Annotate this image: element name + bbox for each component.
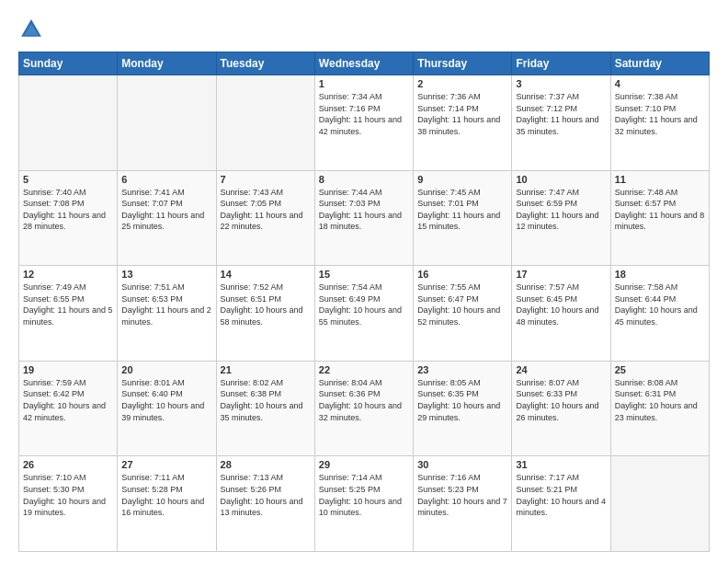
day-number: 18 bbox=[615, 269, 705, 280]
cell-info: Sunrise: 7:38 AMSunset: 7:10 PMDaylight:… bbox=[615, 91, 705, 137]
day-number: 7 bbox=[221, 174, 311, 185]
calendar-cell: 2Sunrise: 7:36 AMSunset: 7:14 PMDaylight… bbox=[414, 75, 512, 171]
day-number: 4 bbox=[615, 78, 705, 89]
logo-icon bbox=[18, 17, 44, 42]
calendar-cell: 6Sunrise: 7:41 AMSunset: 7:07 PMDaylight… bbox=[118, 170, 216, 266]
calendar-cell bbox=[216, 75, 314, 171]
calendar-row: 12Sunrise: 7:49 AMSunset: 6:55 PMDayligh… bbox=[19, 266, 710, 362]
cell-info: Sunrise: 7:52 AMSunset: 6:51 PMDaylight:… bbox=[221, 282, 311, 327]
calendar-cell: 29Sunrise: 7:14 AMSunset: 5:25 PMDayligh… bbox=[314, 456, 413, 552]
cell-info: Sunrise: 7:40 AMSunset: 7:08 PMDaylight:… bbox=[23, 187, 113, 233]
calendar-cell bbox=[610, 456, 709, 552]
calendar-cell: 23Sunrise: 8:05 AMSunset: 6:35 PMDayligh… bbox=[414, 361, 512, 456]
day-number: 25 bbox=[615, 364, 705, 375]
calendar-cell: 26Sunrise: 7:10 AMSunset: 5:30 PMDayligh… bbox=[19, 456, 118, 552]
calendar-cell: 13Sunrise: 7:51 AMSunset: 6:53 PMDayligh… bbox=[118, 266, 216, 362]
day-number: 10 bbox=[516, 174, 606, 185]
calendar-cell: 15Sunrise: 7:54 AMSunset: 6:49 PMDayligh… bbox=[314, 266, 413, 362]
calendar-cell: 20Sunrise: 8:01 AMSunset: 6:40 PMDayligh… bbox=[118, 361, 216, 456]
cell-info: Sunrise: 7:36 AMSunset: 7:14 PMDaylight:… bbox=[417, 91, 507, 137]
cell-info: Sunrise: 8:02 AMSunset: 6:38 PMDaylight:… bbox=[221, 377, 311, 423]
calendar-cell bbox=[118, 75, 216, 171]
weekday-header-cell: Friday bbox=[512, 52, 610, 75]
calendar-row: 1Sunrise: 7:34 AMSunset: 7:16 PMDaylight… bbox=[19, 75, 710, 171]
calendar-row: 19Sunrise: 7:59 AMSunset: 6:42 PMDayligh… bbox=[19, 361, 710, 456]
day-number: 15 bbox=[319, 269, 409, 280]
day-number: 16 bbox=[417, 269, 507, 280]
day-number: 19 bbox=[23, 364, 113, 375]
day-number: 13 bbox=[121, 269, 211, 280]
cell-info: Sunrise: 7:59 AMSunset: 6:42 PMDaylight:… bbox=[23, 377, 113, 423]
cell-info: Sunrise: 7:47 AMSunset: 6:59 PMDaylight:… bbox=[516, 187, 606, 233]
calendar-cell: 17Sunrise: 7:57 AMSunset: 6:45 PMDayligh… bbox=[512, 266, 610, 362]
calendar-cell: 30Sunrise: 7:16 AMSunset: 5:23 PMDayligh… bbox=[414, 456, 512, 552]
cell-info: Sunrise: 7:51 AMSunset: 6:53 PMDaylight:… bbox=[121, 282, 211, 327]
day-number: 28 bbox=[221, 459, 311, 470]
weekday-header-cell: Tuesday bbox=[216, 52, 314, 75]
day-number: 22 bbox=[319, 364, 409, 375]
cell-info: Sunrise: 8:08 AMSunset: 6:31 PMDaylight:… bbox=[615, 377, 705, 423]
day-number: 24 bbox=[516, 364, 606, 375]
calendar-row: 26Sunrise: 7:10 AMSunset: 5:30 PMDayligh… bbox=[19, 456, 710, 552]
calendar-cell: 14Sunrise: 7:52 AMSunset: 6:51 PMDayligh… bbox=[216, 266, 314, 362]
weekday-header-cell: Monday bbox=[118, 52, 216, 75]
weekday-header-cell: Sunday bbox=[19, 52, 118, 75]
calendar-cell: 9Sunrise: 7:45 AMSunset: 7:01 PMDaylight… bbox=[414, 170, 512, 266]
logo bbox=[18, 17, 48, 42]
cell-info: Sunrise: 7:55 AMSunset: 6:47 PMDaylight:… bbox=[417, 282, 507, 327]
calendar-body: 1Sunrise: 7:34 AMSunset: 7:16 PMDaylight… bbox=[19, 75, 710, 552]
calendar-table: SundayMondayTuesdayWednesdayThursdayFrid… bbox=[18, 52, 710, 552]
cell-info: Sunrise: 7:54 AMSunset: 6:49 PMDaylight:… bbox=[319, 282, 409, 327]
calendar-cell: 10Sunrise: 7:47 AMSunset: 6:59 PMDayligh… bbox=[512, 170, 610, 266]
day-number: 5 bbox=[23, 174, 113, 185]
calendar-cell: 18Sunrise: 7:58 AMSunset: 6:44 PMDayligh… bbox=[610, 266, 709, 362]
day-number: 8 bbox=[319, 174, 409, 185]
cell-info: Sunrise: 7:11 AMSunset: 5:28 PMDaylight:… bbox=[121, 472, 211, 518]
day-number: 29 bbox=[319, 459, 409, 470]
calendar-cell: 7Sunrise: 7:43 AMSunset: 7:05 PMDaylight… bbox=[216, 170, 314, 266]
page: SundayMondayTuesdayWednesdayThursdayFrid… bbox=[0, 0, 728, 563]
day-number: 14 bbox=[221, 269, 311, 280]
cell-info: Sunrise: 7:43 AMSunset: 7:05 PMDaylight:… bbox=[221, 187, 311, 233]
day-number: 30 bbox=[417, 459, 507, 470]
weekday-header-cell: Saturday bbox=[610, 52, 709, 75]
calendar-cell: 31Sunrise: 7:17 AMSunset: 5:21 PMDayligh… bbox=[512, 456, 610, 552]
cell-info: Sunrise: 8:05 AMSunset: 6:35 PMDaylight:… bbox=[417, 377, 507, 423]
cell-info: Sunrise: 7:14 AMSunset: 5:25 PMDaylight:… bbox=[319, 472, 409, 518]
day-number: 21 bbox=[221, 364, 311, 375]
cell-info: Sunrise: 7:16 AMSunset: 5:23 PMDaylight:… bbox=[417, 472, 507, 518]
day-number: 2 bbox=[417, 78, 507, 89]
day-number: 6 bbox=[121, 174, 211, 185]
header bbox=[18, 17, 710, 42]
cell-info: Sunrise: 7:13 AMSunset: 5:26 PMDaylight:… bbox=[221, 472, 311, 518]
cell-info: Sunrise: 7:58 AMSunset: 6:44 PMDaylight:… bbox=[615, 282, 705, 327]
cell-info: Sunrise: 8:07 AMSunset: 6:33 PMDaylight:… bbox=[516, 377, 606, 423]
calendar-cell: 4Sunrise: 7:38 AMSunset: 7:10 PMDaylight… bbox=[610, 75, 709, 171]
calendar-cell: 11Sunrise: 7:48 AMSunset: 6:57 PMDayligh… bbox=[610, 170, 709, 266]
cell-info: Sunrise: 7:44 AMSunset: 7:03 PMDaylight:… bbox=[319, 187, 409, 233]
day-number: 26 bbox=[23, 459, 113, 470]
cell-info: Sunrise: 7:41 AMSunset: 7:07 PMDaylight:… bbox=[121, 187, 211, 233]
cell-info: Sunrise: 7:57 AMSunset: 6:45 PMDaylight:… bbox=[516, 282, 606, 327]
day-number: 9 bbox=[417, 174, 507, 185]
calendar-cell: 22Sunrise: 8:04 AMSunset: 6:36 PMDayligh… bbox=[314, 361, 413, 456]
calendar-cell: 1Sunrise: 7:34 AMSunset: 7:16 PMDaylight… bbox=[314, 75, 413, 171]
weekday-header-cell: Wednesday bbox=[314, 52, 413, 75]
day-number: 12 bbox=[23, 269, 113, 280]
cell-info: Sunrise: 7:49 AMSunset: 6:55 PMDaylight:… bbox=[23, 282, 113, 327]
calendar-cell: 24Sunrise: 8:07 AMSunset: 6:33 PMDayligh… bbox=[512, 361, 610, 456]
calendar-cell: 12Sunrise: 7:49 AMSunset: 6:55 PMDayligh… bbox=[19, 266, 118, 362]
calendar-cell: 21Sunrise: 8:02 AMSunset: 6:38 PMDayligh… bbox=[216, 361, 314, 456]
day-number: 17 bbox=[516, 269, 606, 280]
day-number: 27 bbox=[121, 459, 211, 470]
weekday-header-cell: Thursday bbox=[414, 52, 512, 75]
cell-info: Sunrise: 7:34 AMSunset: 7:16 PMDaylight:… bbox=[319, 91, 409, 137]
day-number: 3 bbox=[516, 78, 606, 89]
calendar-cell: 5Sunrise: 7:40 AMSunset: 7:08 PMDaylight… bbox=[19, 170, 118, 266]
cell-info: Sunrise: 7:48 AMSunset: 6:57 PMDaylight:… bbox=[615, 187, 705, 233]
calendar-cell: 3Sunrise: 7:37 AMSunset: 7:12 PMDaylight… bbox=[512, 75, 610, 171]
calendar-cell: 16Sunrise: 7:55 AMSunset: 6:47 PMDayligh… bbox=[414, 266, 512, 362]
day-number: 11 bbox=[615, 174, 705, 185]
day-number: 31 bbox=[516, 459, 606, 470]
weekday-header-row: SundayMondayTuesdayWednesdayThursdayFrid… bbox=[19, 52, 710, 75]
